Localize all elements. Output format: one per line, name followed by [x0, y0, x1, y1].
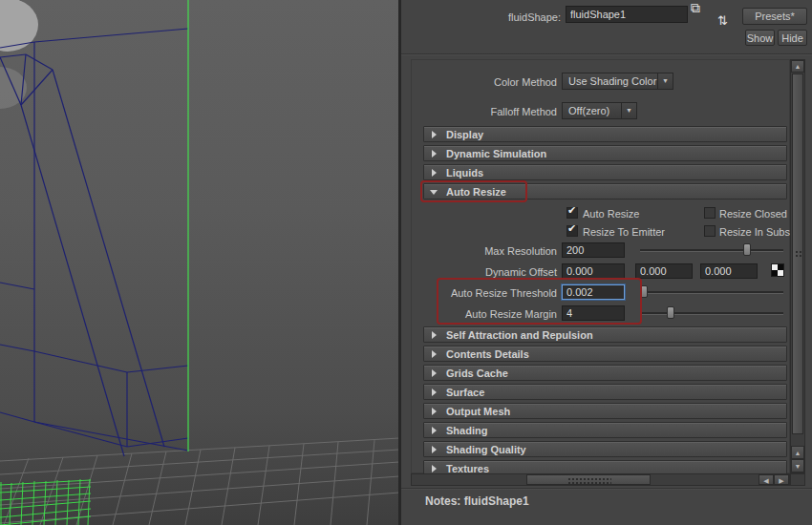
scroll-up-icon[interactable]: ▲: [791, 446, 804, 459]
falloff-method-dropdown[interactable]: Off(zero) ▼: [562, 102, 637, 119]
auto-resize-checkbox-label: Auto Resize: [583, 208, 639, 220]
section-label: Output Mesh: [446, 406, 510, 417]
chevron-down-icon: [430, 190, 438, 195]
chevron-right-icon: [432, 446, 437, 453]
scroll-left-icon[interactable]: ◀: [759, 474, 774, 485]
chevron-right-icon: [432, 350, 437, 358]
chevron-down-icon[interactable]: ▼: [657, 74, 673, 89]
scroll-right-icon[interactable]: ▶: [774, 474, 789, 485]
node-name-input[interactable]: [566, 6, 688, 23]
notes-label: Notes:: [425, 494, 460, 508]
maya-window: fluidShape: ⧉ ⇅ Presets* Show Hide Color…: [0, 0, 812, 525]
scroll-down-icon[interactable]: ▼: [791, 459, 804, 472]
scrollbar-corner: [790, 473, 805, 486]
hide-button[interactable]: Hide: [778, 30, 807, 46]
resize-in-substeps-checkbox[interactable]: [704, 225, 716, 237]
auto-resize-margin-input[interactable]: [562, 305, 625, 321]
max-resolution-label: Max Resolution: [411, 245, 557, 257]
resize-to-emitter-checkbox[interactable]: ✔: [566, 225, 578, 237]
section-dynamic-simulation[interactable]: Dynamic Simulation: [423, 145, 787, 161]
dynamic-offset-z-input[interactable]: [700, 263, 758, 279]
chevron-right-icon: [432, 465, 437, 472]
resize-in-substeps-label: Resize In Subst: [719, 226, 790, 238]
scroll-up-icon[interactable]: ▲: [791, 60, 804, 73]
thumb-grip: [795, 250, 802, 259]
section-shading[interactable]: Shading: [423, 422, 787, 438]
section-label: Self Attraction and Repulsion: [446, 329, 593, 341]
section-auto-resize[interactable]: Auto Resize: [423, 183, 787, 200]
chevron-right-icon: [432, 408, 437, 415]
section-output-mesh[interactable]: Output Mesh: [423, 403, 787, 419]
resize-to-emitter-label: Resize To Emitter: [583, 226, 665, 238]
chevron-down-icon[interactable]: ▼: [621, 103, 636, 118]
attribute-scroll-area: Color Method Use Shading Color ▼ Falloff…: [411, 59, 790, 473]
dynamic-offset-label: Dynamic Offset: [411, 266, 557, 278]
section-textures[interactable]: Textures: [423, 460, 787, 473]
auto-resize-margin-label: Auto Resize Margin: [411, 308, 557, 320]
wireframe-svg: [0, 0, 399, 525]
auto-resize-threshold-label: Auto Resize Threshold: [411, 287, 557, 299]
section-label: Display: [446, 129, 483, 140]
falloff-method-value: Off(zero): [563, 103, 621, 118]
section-label: Shading: [446, 425, 487, 436]
auto-resize-margin-slider[interactable]: [640, 312, 783, 314]
chevron-right-icon: [432, 427, 437, 434]
section-label: Textures: [446, 463, 489, 473]
section-surface[interactable]: Surface: [423, 384, 787, 400]
load-attributes-icon[interactable]: ⇅: [717, 13, 728, 28]
auto-resize-threshold-slider[interactable]: [640, 291, 783, 293]
section-label: Shading Quality: [446, 444, 526, 455]
check-icon: ✔: [567, 204, 576, 217]
thumb-grip: [567, 477, 611, 484]
color-method-value: Use Shading Color: [563, 74, 657, 89]
max-resolution-input[interactable]: [562, 242, 625, 258]
horizontal-scrollbar[interactable]: ◀ ▶: [411, 473, 790, 486]
max-resolution-slider[interactable]: [640, 249, 783, 251]
dynamic-offset-y-input[interactable]: [635, 263, 693, 279]
resize-closed-boundaries-checkbox[interactable]: [704, 207, 716, 219]
horizontal-scroll-thumb[interactable]: [526, 474, 651, 485]
section-label: Auto Resize: [446, 186, 506, 198]
viewport-3d[interactable]: [0, 0, 399, 525]
max-resolution-slider-handle[interactable]: [743, 243, 751, 256]
presets-button[interactable]: Presets*: [742, 8, 807, 25]
chevron-right-icon: [432, 388, 437, 396]
section-label: Grids Cache: [446, 368, 508, 379]
section-liquids[interactable]: Liquids: [423, 164, 787, 180]
dynamic-offset-x-input[interactable]: [562, 263, 625, 279]
attribute-editor: fluidShape: ⧉ ⇅ Presets* Show Hide Color…: [401, 0, 812, 525]
section-label: Liquids: [446, 167, 483, 178]
falloff-method-label: Falloff Method: [411, 106, 557, 117]
section-display[interactable]: Display: [423, 126, 787, 142]
chevron-right-icon: [432, 369, 437, 377]
auto-resize-threshold-input[interactable]: [562, 284, 625, 300]
notes-value: fluidShape1: [464, 494, 529, 508]
section-grids-cache[interactable]: Grids Cache: [423, 365, 787, 381]
node-type-label: fluidShape:: [492, 11, 561, 23]
color-method-label: Color Method: [411, 76, 557, 88]
notes-row: Notes: fluidShape1: [425, 494, 529, 508]
check-icon: ✔: [567, 222, 576, 235]
chevron-right-icon: [432, 150, 437, 158]
vertical-scroll-thumb[interactable]: [792, 74, 803, 434]
copy-tab-icon[interactable]: ⧉: [691, 0, 700, 16]
chevron-right-icon: [432, 331, 437, 339]
texture-map-icon[interactable]: [771, 263, 784, 277]
chevron-right-icon: [432, 131, 437, 138]
section-label: Dynamic Simulation: [446, 148, 546, 159]
chevron-right-icon: [432, 169, 437, 177]
auto-resize-margin-slider-handle[interactable]: [667, 306, 674, 319]
show-button[interactable]: Show: [745, 30, 775, 46]
section-label: Surface: [446, 387, 484, 398]
vertical-scrollbar[interactable]: ▲ ▲ ▼: [790, 59, 805, 473]
color-method-dropdown[interactable]: Use Shading Color ▼: [562, 73, 673, 90]
section-contents-details[interactable]: Contents Details: [423, 346, 787, 362]
auto-resize-checkbox[interactable]: ✔: [566, 207, 578, 219]
section-self-attraction[interactable]: Self Attraction and Repulsion: [423, 326, 787, 343]
notes-separator: [401, 488, 812, 490]
auto-resize-threshold-slider-handle[interactable]: [640, 285, 648, 298]
header-separator: [401, 53, 812, 55]
section-label: Contents Details: [446, 348, 529, 360]
section-shading-quality[interactable]: Shading Quality: [423, 441, 787, 457]
resize-closed-boundaries-label: Resize Closed B: [719, 208, 790, 220]
